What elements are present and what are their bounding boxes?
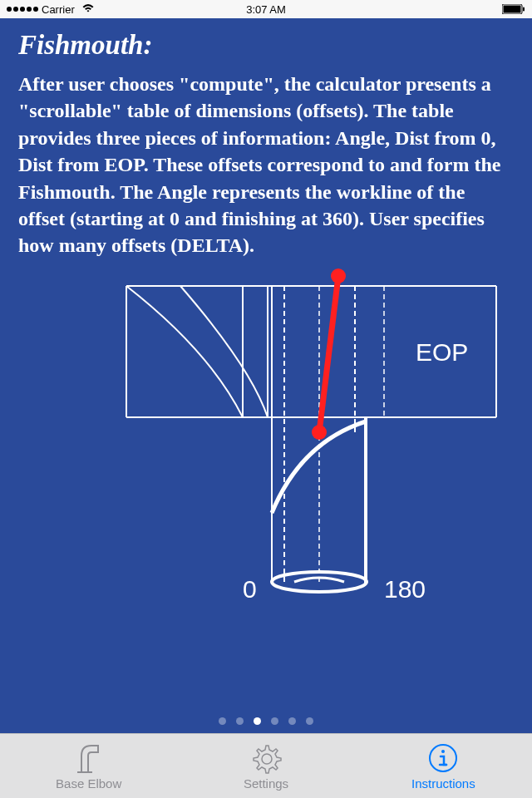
svg-point-19: [262, 754, 272, 764]
battery-icon: [502, 4, 525, 14]
page-dot-4[interactable]: [271, 717, 278, 725]
svg-rect-1: [504, 6, 521, 13]
svg-point-21: [441, 750, 445, 753]
diagram-label-eop: EOP: [416, 338, 468, 367]
page-title: Fishmouth:: [18, 30, 514, 61]
signal-strength-icon: [7, 7, 38, 12]
page-indicator[interactable]: [219, 717, 313, 725]
svg-line-16: [319, 276, 338, 432]
gear-icon: [250, 742, 282, 774]
page-dot-1[interactable]: [219, 717, 226, 725]
svg-point-18: [312, 425, 327, 440]
tab-label: Settings: [244, 776, 288, 791]
tab-base-elbow[interactable]: Base Elbow: [0, 734, 177, 798]
diagram-label-180: 180: [384, 575, 426, 603]
status-time: 3:07 AM: [246, 3, 286, 16]
tab-instructions[interactable]: Instructions: [355, 734, 532, 798]
status-bar: Carrier 3:07 AM: [0, 0, 532, 18]
info-icon: [427, 742, 459, 774]
tab-settings[interactable]: Settings: [177, 734, 354, 798]
svg-point-17: [331, 268, 346, 283]
tab-label: Instructions: [411, 776, 475, 791]
base-elbow-icon: [73, 742, 105, 774]
status-right: [502, 4, 525, 14]
fishmouth-diagram: EOP 0 180: [18, 268, 514, 625]
instructions-content[interactable]: Fishmouth: After user chooses "compute",…: [0, 18, 532, 733]
page-dot-6[interactable]: [306, 717, 313, 725]
diagram-label-0: 0: [243, 575, 257, 603]
carrier-label: Carrier: [42, 3, 75, 16]
status-left: Carrier: [7, 3, 95, 16]
svg-rect-2: [523, 7, 525, 12]
page-description: After user chooses "compute", the calcul…: [18, 71, 514, 259]
page-dot-3[interactable]: [254, 717, 261, 725]
page-dot-2[interactable]: [236, 717, 244, 725]
page-dot-5[interactable]: [288, 717, 296, 725]
tab-bar: Base Elbow Settings Instructions: [0, 733, 532, 798]
tab-label: Base Elbow: [56, 776, 121, 791]
wifi-icon: [81, 3, 95, 16]
